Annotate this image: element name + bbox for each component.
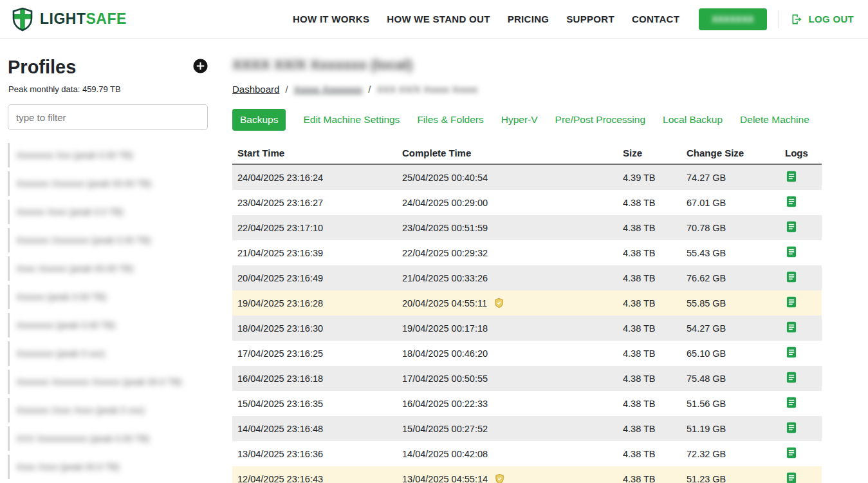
nav-link-support[interactable]: SUPPORT xyxy=(566,14,614,24)
view-log-button[interactable] xyxy=(785,296,798,308)
complete-time-cell: 16/04/2025 00:22:33 xyxy=(397,391,618,416)
tab-delete-machine[interactable]: Delete Machine xyxy=(740,114,809,126)
profile-label-redacted: XXX Xxxxxxxxxxx (peak 0.00 TB) xyxy=(16,433,149,444)
profiles-sidebar: Profiles Peak monthly data: 459.79 TB Xx… xyxy=(0,39,216,483)
start-time-cell: 20/04/2025 23:16:49 xyxy=(232,265,397,290)
logs-cell xyxy=(780,316,822,341)
logs-cell xyxy=(780,164,822,190)
complete-time-cell: 14/04/2025 00:42:08 xyxy=(397,441,618,466)
complete-time-cell: 23/04/2025 00:51:59 xyxy=(397,215,618,240)
profile-label-redacted: Xxxxxx (peak 0.00 TB) xyxy=(16,292,107,302)
profile-list-item[interactable]: Xxxxxxxx Xxx (peak 0.00 TB) xyxy=(8,143,208,167)
main-content: XXXX XX/X Xxxxxxx (local) Dashboard / Xx… xyxy=(216,39,822,483)
add-profile-button[interactable] xyxy=(193,59,208,73)
profile-label-redacted: Xxxxxxx Xxxxxxx (peak 00.00 TB) xyxy=(16,178,152,189)
view-log-button[interactable] xyxy=(785,321,798,334)
profile-label-redacted: Xxxxxxx Xxxx Xxxx (peak 0 xxx) xyxy=(16,405,145,415)
tab-backups[interactable]: Backups xyxy=(232,109,286,131)
change-size-cell: 75.48 GB xyxy=(681,366,780,391)
profile-list-item[interactable]: Xxxxxxx Xxxxxxxx (peak 0.00 TB) xyxy=(8,228,208,252)
profile-list-item[interactable]: XXX Xxxxxxxxxxx (peak 0.00 TB) xyxy=(8,426,208,451)
backup-row: 19/04/2025 23:16:2820/04/2025 04:55:114.… xyxy=(232,290,822,316)
start-time-cell: 12/04/2025 23:16:43 xyxy=(232,466,397,483)
breadcrumb-separator: / xyxy=(285,84,288,95)
size-cell: 4.38 TB xyxy=(618,341,681,366)
change-size-cell: 54.27 GB xyxy=(681,316,780,341)
profile-label-redacted: Xxxxxxxx Xxx (peak 0.00 TB) xyxy=(16,150,133,160)
tab-local-backup[interactable]: Local Backup xyxy=(663,114,723,126)
logout-icon xyxy=(791,13,804,26)
nav-link-contact[interactable]: CONTACT xyxy=(632,14,679,24)
view-log-button[interactable] xyxy=(785,220,798,233)
complete-time-cell: 13/04/2025 04:55:14 xyxy=(397,466,618,483)
backup-row: 23/04/2025 23:16:2724/04/2025 00:29:004.… xyxy=(232,190,822,215)
brand-name: LIGHTSAFE xyxy=(40,10,127,28)
profile-list-item[interactable]: Xxxxxxx Xxxx Xxxx (peak 0 xxx) xyxy=(8,398,208,422)
logout-link[interactable]: LOG OUT xyxy=(791,13,854,26)
start-time-cell: 15/04/2025 23:16:35 xyxy=(232,391,397,416)
logs-cell xyxy=(780,265,822,290)
profile-list-item[interactable]: Xxxxxxxx (peak 0.00 TB) xyxy=(8,313,208,337)
profile-list-item[interactable]: Xxxxxxxx (peak 0 xxx) xyxy=(8,341,208,366)
nav-link-pricing[interactable]: PRICING xyxy=(508,14,549,24)
size-cell: 4.38 TB xyxy=(618,391,681,416)
breadcrumb-separator: / xyxy=(368,84,371,95)
plus-icon xyxy=(193,66,208,75)
profile-list-item[interactable]: Xxxxxxx Xxxxxxxx Xxxxxx (peak 00.0 TB) xyxy=(8,370,208,394)
view-log-button[interactable] xyxy=(785,421,798,434)
view-log-button[interactable] xyxy=(785,170,798,183)
view-log-button[interactable] xyxy=(785,245,798,258)
breadcrumb-account-link-redacted[interactable]: Xxxxx Xxxxxxxx xyxy=(294,84,363,95)
tab-files-folders[interactable]: Files & Folders xyxy=(417,114,483,126)
size-cell: 4.38 TB xyxy=(618,416,681,441)
tab-edit-machine-settings[interactable]: Edit Machine Settings xyxy=(303,114,400,126)
nav-link-how-it-works[interactable]: HOW IT WORKS xyxy=(293,14,369,24)
logs-cell xyxy=(780,290,822,316)
view-log-button[interactable] xyxy=(785,446,798,459)
profile-list-item[interactable]: Xxxx Xxxxxx (peak 00.00 TB) xyxy=(8,256,208,281)
top-nav: LIGHTSAFE HOW IT WORKSHOW WE STAND OUTPR… xyxy=(0,0,868,39)
view-log-button[interactable] xyxy=(785,471,798,483)
logs-cell xyxy=(780,341,822,366)
view-log-button[interactable] xyxy=(785,371,798,384)
backup-row: 24/04/2025 23:16:2425/04/2025 00:40:544.… xyxy=(232,164,822,190)
profiles-title: Profiles xyxy=(8,57,76,78)
logs-cell xyxy=(780,240,822,265)
complete-time-cell: 24/04/2025 00:29:00 xyxy=(397,190,618,215)
profile-list-item[interactable]: Xxxxxx Xxxx (peak 0.0 TB) xyxy=(8,200,208,224)
complete-time-cell: 21/04/2025 00:33:26 xyxy=(397,265,618,290)
complete-time-cell: 19/04/2025 00:17:18 xyxy=(397,316,618,341)
logs-cell xyxy=(780,441,822,466)
complete-time-cell: 22/04/2025 00:29:32 xyxy=(397,240,618,265)
profile-label-redacted: Xxxxxxx Xxxxxxxx Xxxxxx (peak 00.0 TB) xyxy=(16,377,182,387)
view-log-button[interactable] xyxy=(785,270,798,283)
main-nav: HOW IT WORKSHOW WE STAND OUTPRICINGSUPPO… xyxy=(293,14,679,24)
logs-cell xyxy=(780,215,822,240)
view-log-button[interactable] xyxy=(785,195,798,208)
profile-list-item[interactable]: Xxxx Xxxx (peak 00.0 TB) xyxy=(8,455,208,479)
view-log-button[interactable] xyxy=(785,396,798,409)
profile-label-redacted: Xxxxxxx Xxxxxxxx (peak 0.00 TB) xyxy=(16,235,151,245)
brand-logo[interactable]: LIGHTSAFE xyxy=(12,7,127,32)
view-log-button[interactable] xyxy=(785,346,798,359)
logs-cell xyxy=(780,466,822,483)
change-size-cell: 74.27 GB xyxy=(681,164,780,190)
tab-hyper-v[interactable]: Hyper-V xyxy=(501,114,538,126)
logs-cell xyxy=(780,190,822,215)
breadcrumb-dashboard-link[interactable]: Dashboard xyxy=(232,84,279,95)
profile-list-item[interactable]: Xxxxxxx Xxxxxxx (peak 00.00 TB) xyxy=(8,171,208,196)
nav-link-how-we-stand-out[interactable]: HOW WE STAND OUT xyxy=(387,14,490,24)
profile-label-redacted: Xxxx Xxxx (peak 00.0 TB) xyxy=(16,462,120,472)
size-cell: 4.38 TB xyxy=(618,290,681,316)
profile-filter-input[interactable] xyxy=(8,104,208,130)
profile-list-item[interactable]: Xxxxxx (peak 0.00 TB) xyxy=(8,285,208,309)
account-button[interactable]: XXXXXXX xyxy=(699,8,766,30)
start-time-cell: 16/04/2025 23:16:18 xyxy=(232,366,397,391)
backup-row: 18/04/2025 23:16:3019/04/2025 00:17:184.… xyxy=(232,316,822,341)
tab-pre-post-processing[interactable]: Pre/Post Processing xyxy=(555,114,645,126)
table-header-row: Start TimeComplete TimeSizeChange SizeLo… xyxy=(232,142,822,164)
shield-logo-icon xyxy=(12,7,33,32)
start-time-cell: 21/04/2025 23:16:39 xyxy=(232,240,397,265)
column-header-change-size: Change Size xyxy=(681,142,780,164)
start-time-cell: 14/04/2025 23:16:48 xyxy=(232,416,397,441)
